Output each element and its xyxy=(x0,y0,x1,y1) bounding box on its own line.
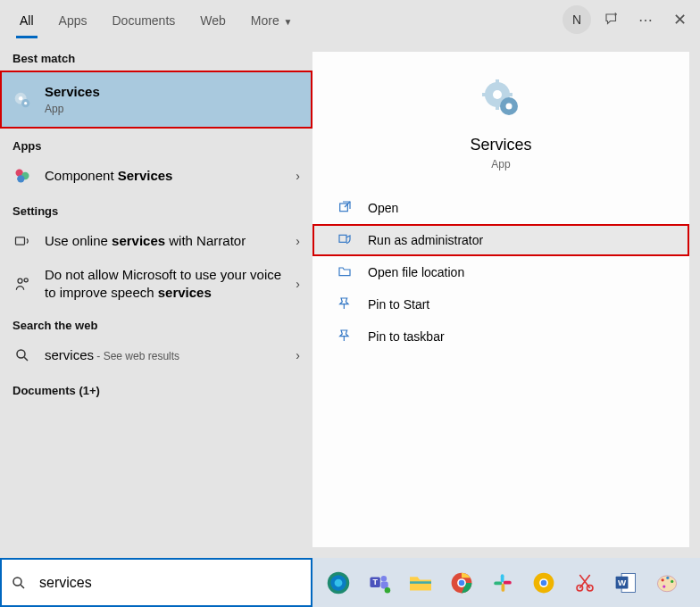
taskbar-explorer-icon[interactable] xyxy=(402,564,439,602)
action-open-label: Open xyxy=(368,201,398,215)
svg-line-25 xyxy=(21,585,24,588)
svg-point-53 xyxy=(662,578,664,581)
pin-icon xyxy=(338,328,354,345)
result-narrator-services[interactable]: Use online services with Narrator › xyxy=(0,223,312,259)
more-options-icon[interactable]: ⋯ xyxy=(632,6,659,33)
svg-point-56 xyxy=(662,585,665,587)
svg-rect-7 xyxy=(16,237,25,245)
svg-point-37 xyxy=(459,579,465,586)
search-input[interactable] xyxy=(34,567,302,599)
result-component-services-text: Component Services xyxy=(45,167,288,185)
preview-hero: Services App xyxy=(312,52,689,192)
tab-apps[interactable]: Apps xyxy=(46,3,100,38)
svg-point-9 xyxy=(24,278,28,281)
chevron-right-icon: › xyxy=(296,169,300,183)
tab-web[interactable]: Web xyxy=(188,3,238,38)
action-open[interactable]: Open xyxy=(312,192,689,224)
admin-shield-icon xyxy=(338,232,354,248)
svg-point-24 xyxy=(13,578,21,586)
results-content: Best match Services App Apps Component S… xyxy=(0,41,700,558)
feedback-icon[interactable] xyxy=(598,6,625,33)
svg-rect-16 xyxy=(482,93,488,96)
action-pin-start[interactable]: Pin to Start xyxy=(312,288,689,320)
chevron-down-icon: ▼ xyxy=(281,17,293,27)
preview-app-icon xyxy=(479,77,522,120)
close-icon[interactable]: ✕ xyxy=(666,6,693,33)
action-open-location[interactable]: Open file location xyxy=(312,256,689,288)
result-web-services[interactable]: services - See web results › xyxy=(0,337,312,373)
svg-rect-17 xyxy=(507,93,512,96)
svg-point-28 xyxy=(335,578,343,586)
speech-icon xyxy=(12,274,32,294)
tab-documents[interactable]: Documents xyxy=(99,3,188,38)
best-match-result[interactable]: Services App xyxy=(0,71,312,129)
svg-rect-40 xyxy=(502,583,505,591)
chevron-right-icon: › xyxy=(296,234,300,248)
svg-line-11 xyxy=(24,357,28,361)
taskbar-chrome-canary-icon[interactable] xyxy=(525,564,562,602)
section-apps: Apps xyxy=(0,129,312,158)
svg-point-19 xyxy=(506,104,512,110)
action-pin-taskbar[interactable]: Pin to taskbar xyxy=(312,320,689,353)
svg-rect-34 xyxy=(410,581,431,584)
action-run-admin[interactable]: Run as administrator xyxy=(312,224,689,256)
search-box[interactable] xyxy=(0,558,312,607)
svg-point-10 xyxy=(17,350,25,358)
svg-rect-41 xyxy=(504,580,512,584)
svg-text:T: T xyxy=(372,578,378,586)
result-narrator-text: Use online services with Narrator xyxy=(45,232,288,250)
taskbar-word-icon[interactable]: W xyxy=(607,564,645,602)
preview-actions: Open Run as administrator Open file loca… xyxy=(312,192,689,353)
section-search-web: Search the web xyxy=(0,308,312,337)
svg-text:W: W xyxy=(618,578,627,587)
taskbar-slack-icon[interactable] xyxy=(484,564,521,602)
taskbar: T W xyxy=(312,558,700,607)
svg-rect-15 xyxy=(496,104,499,110)
tab-more-label: More xyxy=(251,13,279,28)
search-icon xyxy=(11,575,27,591)
svg-rect-39 xyxy=(494,581,502,585)
tab-more[interactable]: More ▼ xyxy=(238,3,305,38)
user-avatar[interactable]: N xyxy=(562,5,591,34)
taskbar-paint-icon[interactable] xyxy=(648,564,686,602)
taskbar-chrome-icon[interactable] xyxy=(443,564,480,602)
action-pin-start-label: Pin to Start xyxy=(368,297,429,312)
search-scope-tabs: All Apps Documents Web More ▼ N ⋯ ✕ xyxy=(0,0,700,41)
svg-rect-38 xyxy=(501,574,504,582)
taskbar-teams-icon[interactable]: T xyxy=(361,564,398,602)
section-settings: Settings xyxy=(0,194,312,223)
open-icon xyxy=(338,200,354,216)
preview-pane: Services App Open Run as administrator O… xyxy=(312,52,689,547)
preview-title: Services xyxy=(470,136,531,154)
taskbar-snip-icon[interactable] xyxy=(566,564,604,602)
chevron-right-icon: › xyxy=(296,277,300,291)
action-open-location-label: Open file location xyxy=(368,265,464,279)
best-match-title: Services xyxy=(45,84,100,99)
taskbar-edge-icon[interactable] xyxy=(320,564,357,602)
best-match-sub: App xyxy=(45,103,300,117)
svg-point-44 xyxy=(541,579,547,586)
svg-point-13 xyxy=(493,90,502,99)
search-results-window: All Apps Documents Web More ▼ N ⋯ ✕ Best… xyxy=(0,0,700,558)
svg-point-1 xyxy=(19,96,23,100)
window-actions: N ⋯ ✕ xyxy=(562,5,693,34)
section-best-match: Best match xyxy=(0,41,312,71)
narrator-icon xyxy=(12,231,32,251)
tab-all[interactable]: All xyxy=(7,3,46,38)
component-services-icon xyxy=(12,166,32,186)
svg-point-3 xyxy=(24,102,27,104)
chevron-right-icon: › xyxy=(296,348,300,362)
results-list: Best match Services App Apps Component S… xyxy=(0,41,312,558)
services-gear-icon xyxy=(12,90,32,110)
action-pin-taskbar-label: Pin to taskbar xyxy=(368,329,445,344)
result-component-services[interactable]: Component Services › xyxy=(0,158,312,194)
pin-icon xyxy=(338,296,354,312)
best-match-text: Services App xyxy=(45,83,300,116)
svg-point-55 xyxy=(671,579,673,582)
result-speech-services[interactable]: Do not allow Microsoft to use your voice… xyxy=(0,259,312,308)
result-speech-text: Do not allow Microsoft to use your voice… xyxy=(45,266,288,301)
svg-point-8 xyxy=(18,279,22,283)
bottom-bar: T W xyxy=(0,558,700,607)
section-documents: Documents (1+) xyxy=(0,373,312,403)
svg-point-6 xyxy=(17,175,24,182)
